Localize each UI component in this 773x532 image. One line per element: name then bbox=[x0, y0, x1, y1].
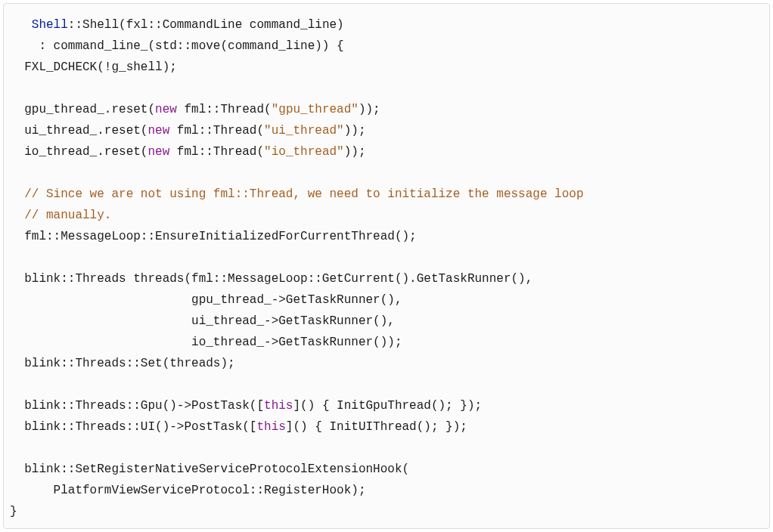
code-content: Shell::Shell(fxl::CommandLine command_li… bbox=[10, 14, 763, 522]
code-token: // Since we are not using fml::Thread, w… bbox=[24, 187, 583, 201]
code-token: // manually. bbox=[24, 209, 111, 222]
code-token: Shell bbox=[32, 18, 68, 32]
code-token: this bbox=[264, 399, 293, 413]
code-token: new bbox=[155, 103, 177, 116]
code-token: "io_thread" bbox=[264, 145, 344, 159]
code-token: new bbox=[147, 145, 169, 159]
code-token: "gpu_thread" bbox=[272, 103, 359, 116]
code-token: this bbox=[256, 420, 285, 434]
code-token: "ui_thread" bbox=[264, 124, 344, 138]
code-token: new bbox=[147, 124, 169, 138]
code-block: Shell::Shell(fxl::CommandLine command_li… bbox=[3, 3, 770, 529]
